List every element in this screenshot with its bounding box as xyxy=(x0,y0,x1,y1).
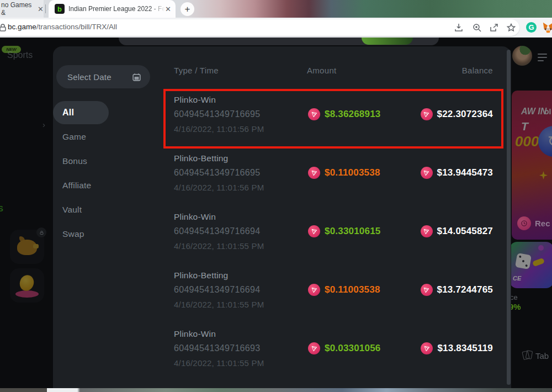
url-text[interactable]: bc.game/transactions/bill/TRX/All xyxy=(8,23,117,31)
row-time: 4/16/2022, 11:01:55 PM xyxy=(174,300,264,309)
table-row[interactable]: Plinko-Win 60494541349716695 4/16/2022, … xyxy=(166,91,501,146)
sidebar-item-sports[interactable]: Sports xyxy=(7,50,33,60)
row-amount: $8.36268913 xyxy=(325,109,380,120)
filter-vault[interactable]: Vault xyxy=(53,198,163,221)
amount-cell: $8.36268913 xyxy=(308,108,380,120)
user-avatar[interactable] xyxy=(512,46,532,66)
table-games-label-fragment: Tab xyxy=(535,351,549,361)
grammarly-extension-icon[interactable]: G xyxy=(526,22,537,33)
row-id: 60494541349716694 xyxy=(174,226,260,236)
table-row[interactable]: Plinko-Win 60494541349716694 4/16/2022, … xyxy=(166,208,501,263)
recent-label-fragment: Rec xyxy=(535,219,550,228)
select-date-label: Select Date xyxy=(67,72,132,82)
url-path: /transactions/bill/TRX/All xyxy=(36,23,117,31)
filter-swap[interactable]: Swap xyxy=(53,223,163,246)
row-id: 60494541349716694 xyxy=(174,285,260,295)
share-icon[interactable] xyxy=(489,23,499,33)
select-date-button[interactable]: Select Date xyxy=(56,65,150,88)
row-id: 60494541349716693 xyxy=(174,343,260,353)
filter-bonus[interactable]: Bonus xyxy=(53,150,163,173)
tron-coin-icon xyxy=(308,284,320,296)
table-row[interactable]: Plinko-Betting 60494541349716695 4/16/20… xyxy=(166,150,501,205)
metamask-extension-icon[interactable] xyxy=(542,22,552,34)
row-type: Plinko-Betting xyxy=(174,153,228,163)
column-header-type-time: Type / Time xyxy=(174,66,219,75)
dice-caption-fragment: CE xyxy=(513,275,521,282)
tab-strip: no Games & ✕ b Indian Premier League 202… xyxy=(0,0,552,18)
tab-separator xyxy=(45,4,46,13)
row-balance: $14.0545827 xyxy=(437,226,493,237)
tron-coin-icon xyxy=(421,342,433,354)
dice-game-tile[interactable]: CE xyxy=(509,242,552,288)
sparkle-icon xyxy=(539,171,548,179)
spiral-ball-icon: ↻ xyxy=(538,126,552,157)
balance-cell: $13.7244765 xyxy=(421,284,493,296)
menu-icon[interactable] xyxy=(538,54,547,63)
column-header-amount: Amount xyxy=(307,66,337,75)
amount-cell: $0.11003538 xyxy=(308,167,380,179)
row-amount: $0.11003538 xyxy=(325,167,380,178)
row-id: 60494541349716695 xyxy=(174,168,260,178)
calendar-icon xyxy=(132,72,141,82)
bonus-text-fragment: S xyxy=(0,204,3,213)
dice-name-fragment: ce xyxy=(510,293,518,301)
new-tab-button[interactable]: + xyxy=(181,2,194,16)
browser-toolbar: bc.game/transactions/bill/TRX/All G xyxy=(0,18,552,38)
die-icon xyxy=(515,253,532,269)
browser-window: no Games & ✕ b Indian Premier League 202… xyxy=(0,0,552,392)
balance-cell: $14.0545827 xyxy=(421,225,493,237)
row-time: 4/16/2022, 11:01:56 PM xyxy=(174,183,264,192)
filter-affiliate[interactable]: Affiliate xyxy=(53,174,163,197)
filter-all[interactable]: All xyxy=(53,101,109,124)
row-amount: $0.03301056 xyxy=(325,343,380,354)
row-type: Plinko-Win xyxy=(174,212,216,222)
row-amount: $0.11003538 xyxy=(325,284,380,295)
site-search-bar[interactable] xyxy=(119,38,439,45)
row-type: Plinko-Win xyxy=(174,95,216,105)
bookmark-star-icon[interactable] xyxy=(506,23,516,33)
promo-text-fragment: oI xyxy=(544,107,551,116)
promo-banner[interactable]: AW IN oI T 000 ↻ xyxy=(512,91,552,240)
recent-clock-icon xyxy=(517,216,531,230)
lock-icon xyxy=(0,23,8,33)
promo-text-fragment: T xyxy=(521,120,528,133)
download-icon[interactable] xyxy=(454,23,464,33)
row-type: Plinko-Win xyxy=(174,329,216,339)
tron-coin-icon xyxy=(421,108,433,120)
row-id: 60494541349716695 xyxy=(174,109,260,119)
row-amount: $0.33010615 xyxy=(325,226,380,237)
promo-prize-fragment: 000 xyxy=(515,133,539,150)
purple-ball-icon xyxy=(538,245,544,251)
zoom-icon[interactable] xyxy=(472,23,482,33)
search-button[interactable] xyxy=(362,38,413,45)
gold-coin-icon xyxy=(18,273,36,293)
promo-text-fragment: AW IN xyxy=(521,107,546,116)
balance-cell: $13.8345119 xyxy=(421,342,493,354)
row-type: Plinko-Betting xyxy=(174,271,228,280)
modal-scrollbar[interactable] xyxy=(507,50,511,385)
table-row[interactable]: Plinko-Betting 60494541349716694 4/16/20… xyxy=(166,267,501,322)
row-time: 4/16/2022, 11:01:55 PM xyxy=(174,358,264,368)
bcgame-favicon-icon: b xyxy=(55,4,65,14)
sidebar-collapse-chevron-icon[interactable]: › xyxy=(43,120,45,129)
tron-coin-icon xyxy=(308,167,320,179)
tab-close-icon[interactable]: ✕ xyxy=(38,6,44,13)
column-header-balance: Balance xyxy=(462,66,493,75)
piggy-bank-tile[interactable] xyxy=(10,230,44,264)
tron-coin-icon xyxy=(421,225,433,237)
piggy-snout xyxy=(33,244,39,248)
tab-active[interactable]: b Indian Premier League 2022 - Fes ✕ xyxy=(49,0,176,18)
page-content: NEW Sports › S AW IN oI T 000 ↻ xyxy=(0,38,552,388)
tab-active-label: Indian Premier League 2022 - Fes xyxy=(68,5,165,13)
transaction-filter-menu: AllGameBonusAffiliateVaultSwap xyxy=(53,101,163,247)
cards-icon xyxy=(523,351,533,361)
tab-close-icon[interactable]: ✕ xyxy=(165,6,171,13)
coin-drop-tile[interactable] xyxy=(10,268,44,303)
tron-coin-icon xyxy=(421,167,433,179)
table-row[interactable]: Plinko-Win 60494541349716693 4/16/2022, … xyxy=(166,325,501,380)
row-balance: $13.7244765 xyxy=(437,284,493,295)
transactions-modal: Select Date AllGameBonusAffiliateVaultSw… xyxy=(53,46,511,388)
tab-inactive[interactable]: no Games & ✕ xyxy=(0,0,44,18)
balance-cell: $13.9445473 xyxy=(421,167,493,179)
filter-game[interactable]: Game xyxy=(53,125,163,149)
